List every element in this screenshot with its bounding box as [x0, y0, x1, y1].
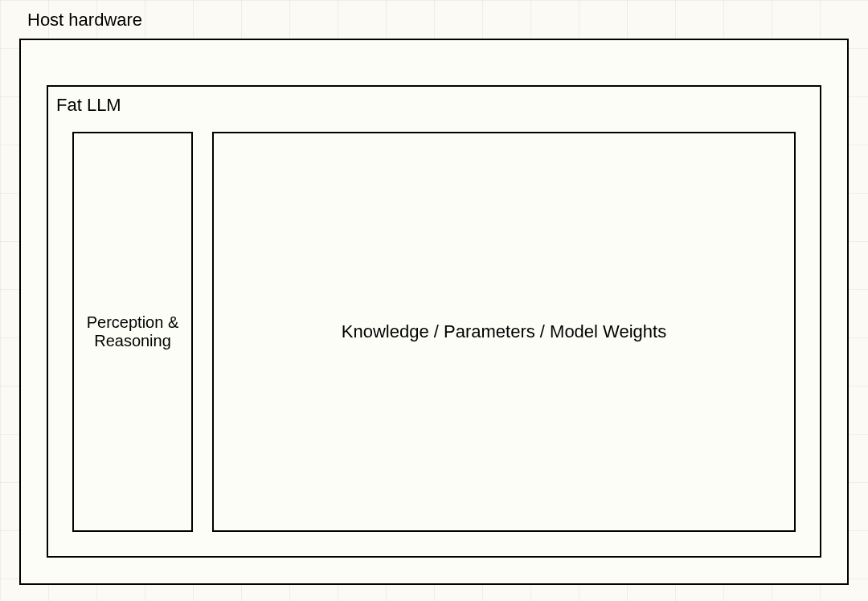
host-hardware-box: Fat LLM Perception & Reasoning Knowledge… [19, 39, 849, 585]
perception-reasoning-box: Perception & Reasoning [72, 132, 193, 532]
fat-llm-inner-row: Perception & Reasoning Knowledge / Param… [72, 132, 796, 532]
fat-llm-box: Fat LLM Perception & Reasoning Knowledge… [47, 85, 821, 558]
host-hardware-label: Host hardware [24, 10, 145, 31]
fat-llm-label: Fat LLM [56, 95, 121, 116]
perception-reasoning-label: Perception & Reasoning [80, 313, 185, 350]
knowledge-weights-box: Knowledge / Parameters / Model Weights [212, 132, 796, 532]
knowledge-weights-label: Knowledge / Parameters / Model Weights [342, 321, 666, 342]
